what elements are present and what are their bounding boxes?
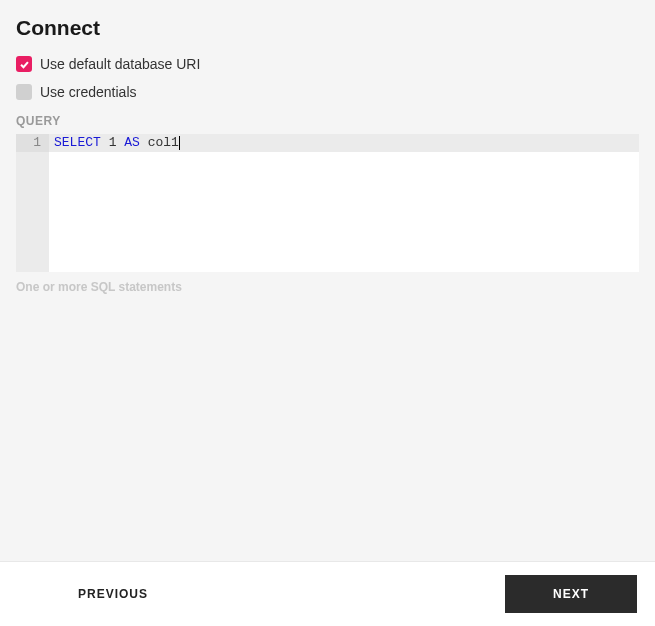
next-button[interactable]: NEXT xyxy=(505,575,637,613)
use-default-uri-row[interactable]: Use default database URI xyxy=(16,56,639,72)
query-editor[interactable]: 1 SELECT 1 AS col1 xyxy=(16,134,639,272)
query-hint: One or more SQL statements xyxy=(16,280,639,294)
query-section-label: QUERY xyxy=(16,114,639,128)
literal-one: 1 xyxy=(109,135,117,150)
content-area: Connect Use default database URI Use cre… xyxy=(0,0,655,310)
checkbox-checked-icon[interactable] xyxy=(16,56,32,72)
previous-button[interactable]: PREVIOUS xyxy=(18,575,176,613)
use-credentials-row[interactable]: Use credentials xyxy=(16,84,639,100)
code-line[interactable]: SELECT 1 AS col1 xyxy=(49,134,639,152)
page-title: Connect xyxy=(16,16,639,40)
checkbox-unchecked-icon[interactable] xyxy=(16,84,32,100)
text-cursor-icon xyxy=(179,136,180,150)
gutter-line-number: 1 xyxy=(16,134,49,152)
editor-code-area[interactable]: SELECT 1 AS col1 xyxy=(49,134,639,272)
editor-gutter: 1 xyxy=(16,134,49,272)
keyword-as: AS xyxy=(124,135,140,150)
keyword-select: SELECT xyxy=(54,135,101,150)
use-default-uri-label: Use default database URI xyxy=(40,56,200,72)
identifier-col: col1 xyxy=(148,135,179,150)
use-credentials-label: Use credentials xyxy=(40,84,137,100)
footer-bar: PREVIOUS NEXT xyxy=(0,561,655,626)
